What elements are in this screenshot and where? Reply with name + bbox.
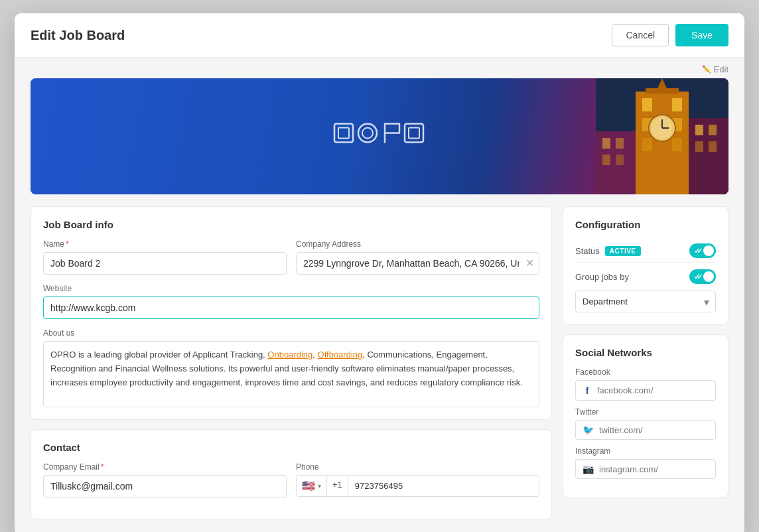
department-select-wrapper: Department Location Category — [575, 291, 716, 312]
svg-rect-25 — [616, 155, 624, 165]
address-clear-button[interactable]: ✕ — [525, 258, 534, 269]
email-input[interactable] — [43, 475, 287, 498]
content-row: Job Board info Name* Company Address — [31, 206, 728, 519]
modal-header: Edit Job Board Cancel Save — [15, 13, 744, 58]
edit-banner-link[interactable]: Edit — [702, 64, 728, 74]
facebook-icon: f — [583, 385, 592, 396]
group-jobs-row: Group jobs by ✓ — [575, 269, 716, 284]
facebook-field: f — [575, 380, 716, 401]
status-badge: ACTIVE — [605, 246, 641, 256]
about-text-area[interactable]: OPRO is a leading global provider of App… — [43, 341, 539, 407]
status-toggle[interactable]: ✓ — [689, 243, 716, 258]
header-buttons: Cancel Save — [612, 24, 728, 46]
instagram-label: Instagram — [575, 446, 716, 456]
svg-rect-24 — [602, 155, 610, 165]
svg-rect-28 — [695, 141, 703, 152]
instagram-icon: 📷 — [583, 464, 594, 474]
edit-link-row: Edit — [31, 58, 728, 78]
name-group: Name* — [43, 239, 287, 275]
save-button[interactable]: Save — [675, 24, 728, 46]
twitter-label: Twitter — [575, 407, 716, 417]
svg-rect-0 — [334, 123, 353, 142]
svg-rect-4 — [405, 123, 423, 142]
facebook-group: Facebook f — [575, 367, 716, 401]
banner — [31, 78, 728, 194]
right-column: Configuration Status ACTIVE ✓ — [563, 206, 728, 498]
about-onboarding-link[interactable]: Onboarding — [267, 350, 312, 360]
twitter-input[interactable] — [599, 425, 711, 435]
svg-rect-22 — [602, 138, 610, 149]
modal: Edit Job Board Cancel Save Edit — [15, 13, 744, 532]
facebook-label: Facebook — [575, 367, 716, 377]
status-row: Status ACTIVE ✓ — [575, 239, 716, 263]
facebook-input[interactable] — [597, 385, 709, 395]
phone-code: +1 — [327, 476, 348, 496]
contact-row: Company Email* Phone 🇺🇸 ▾ + — [43, 462, 539, 498]
group-jobs-knob — [703, 271, 714, 282]
instagram-group: Instagram 📷 — [575, 446, 716, 479]
name-label: Name* — [43, 239, 287, 249]
contact-card: Contact Company Email* Phone — [31, 429, 552, 519]
instagram-input[interactable] — [599, 464, 711, 474]
banner-logo — [333, 120, 426, 153]
status-left: Status ACTIVE — [575, 246, 641, 256]
svg-rect-13 — [672, 138, 682, 151]
svg-rect-5 — [409, 127, 419, 138]
modal-body: Edit — [15, 58, 744, 532]
website-group: Website — [43, 284, 539, 319]
group-jobs-slider: ✓ — [689, 269, 716, 284]
group-jobs-toggle[interactable]: ✓ — [689, 269, 716, 284]
toggle-check: ✓ — [694, 247, 700, 255]
address-label: Company Address — [296, 239, 539, 249]
contact-title: Contact — [43, 442, 539, 453]
email-required: * — [101, 462, 104, 472]
job-board-info-card: Job Board info Name* Company Address — [31, 206, 552, 420]
flag-dropdown-arrow: ▾ — [318, 482, 321, 490]
left-column: Job Board info Name* Company Address — [31, 206, 552, 519]
svg-rect-29 — [709, 141, 717, 152]
website-input[interactable] — [43, 297, 539, 319]
phone-label: Phone — [296, 462, 539, 472]
twitter-icon: 🐦 — [583, 425, 594, 435]
address-input[interactable] — [296, 252, 539, 275]
name-required: * — [66, 239, 69, 249]
social-networks-title: Social Networks — [575, 347, 716, 358]
svg-rect-27 — [709, 125, 717, 135]
group-jobs-label: Group jobs by — [575, 272, 629, 282]
banner-building — [596, 78, 728, 194]
about-label: About us — [43, 328, 539, 338]
svg-rect-8 — [642, 98, 652, 111]
cancel-button[interactable]: Cancel — [612, 24, 669, 46]
twitter-field: 🐦 — [575, 420, 716, 440]
flag-emoji: 🇺🇸 — [302, 480, 315, 492]
phone-flag-button[interactable]: 🇺🇸 ▾ — [297, 476, 327, 496]
phone-group: Phone 🇺🇸 ▾ +1 — [296, 462, 539, 498]
email-label: Company Email* — [43, 462, 287, 472]
svg-rect-12 — [642, 138, 652, 151]
instagram-field: 📷 — [575, 459, 716, 479]
svg-rect-23 — [616, 138, 624, 149]
address-input-wrapper: ✕ — [296, 252, 539, 275]
job-board-info-title: Job Board info — [43, 219, 539, 230]
svg-rect-1 — [338, 127, 349, 138]
svg-rect-3 — [362, 127, 373, 138]
about-offboarding-link[interactable]: Offboarding — [318, 350, 363, 360]
svg-rect-9 — [672, 98, 682, 111]
phone-input-row: 🇺🇸 ▾ +1 — [296, 475, 539, 497]
about-group: About us OPRO is a leading global provid… — [43, 328, 539, 407]
configuration-title: Configuration — [575, 219, 716, 230]
svg-rect-19 — [646, 88, 679, 94]
website-label: Website — [43, 284, 539, 293]
phone-number-input[interactable] — [348, 476, 539, 496]
modal-title: Edit Job Board — [31, 28, 125, 43]
toggle-slider: ✓ — [689, 243, 716, 258]
name-address-row: Name* Company Address ✕ — [43, 239, 539, 275]
address-group: Company Address ✕ — [296, 239, 539, 275]
toggle-knob — [703, 245, 714, 256]
twitter-group: Twitter 🐦 — [575, 407, 716, 440]
name-input[interactable] — [43, 252, 287, 275]
social-networks-card: Social Networks Facebook f Twitter 🐦 — [563, 334, 728, 498]
svg-rect-26 — [695, 125, 703, 135]
department-select[interactable]: Department Location Category — [575, 291, 716, 312]
configuration-card: Configuration Status ACTIVE ✓ — [563, 206, 728, 325]
